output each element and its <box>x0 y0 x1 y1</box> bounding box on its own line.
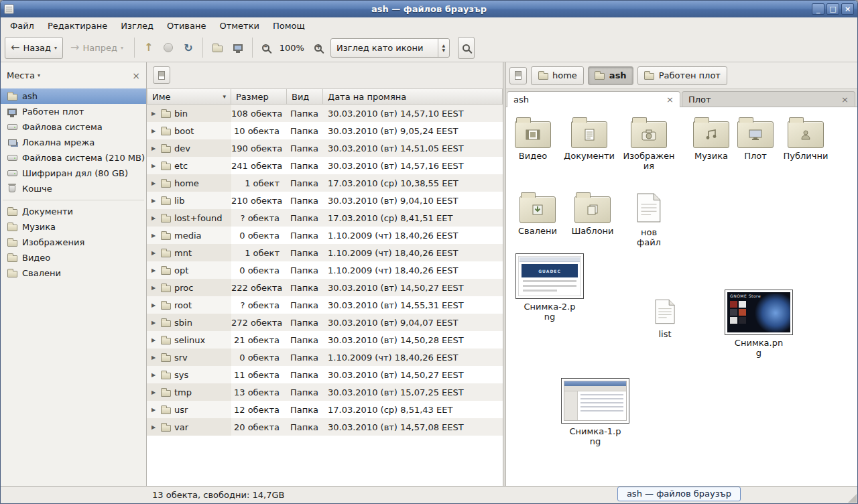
expander-icon[interactable]: ▶ <box>150 337 157 343</box>
search-button[interactable] <box>458 37 475 59</box>
column-header-size[interactable]: Размер <box>231 88 287 105</box>
file-item-new-file[interactable]: нов файл <box>627 193 670 248</box>
column-header-name[interactable]: Име▾ <box>147 88 231 105</box>
expander-icon[interactable]: ▶ <box>150 355 157 361</box>
table-row-etc[interactable]: ▶etc241 обектаПапка30.03.2010 (вт) 14,57… <box>147 157 503 174</box>
location-entry-toggle-button[interactable] <box>509 67 527 84</box>
table-row-var[interactable]: ▶var20 обектаПапка30.03.2010 (вт) 14,57,… <box>147 418 503 436</box>
sidebar-item-encrypted-80gb[interactable]: Шифриран дял (80 GB) <box>1 166 146 181</box>
view-mode-select[interactable]: Изглед като икони ▲▼ <box>330 38 450 58</box>
sidebar-item-pictures[interactable]: Изображения <box>1 235 146 250</box>
menu-item-file[interactable]: Файл <box>3 19 41 33</box>
expander-icon[interactable]: ▶ <box>150 111 157 117</box>
expander-icon[interactable]: ▶ <box>150 233 157 239</box>
maximize-button[interactable]: □ <box>826 3 839 15</box>
table-row-root[interactable]: ▶root? обектаПапка30.03.2010 (вт) 14,55,… <box>147 296 503 314</box>
table-row-sys[interactable]: ▶sys11 обектаПапка30.03.2010 (вт) 14,50,… <box>147 366 503 383</box>
table-row-selinux[interactable]: ▶selinux21 обектаПапка30.03.2010 (вт) 14… <box>147 331 503 349</box>
expander-icon[interactable]: ▶ <box>150 302 157 308</box>
menu-item-help[interactable]: Помощ <box>266 19 312 33</box>
sidebar-item-video[interactable]: Видео <box>1 250 146 265</box>
table-row-opt[interactable]: ▶opt0 обектаПапка1.10.2009 (чт) 18,40,26… <box>147 261 503 279</box>
sidebar-item-filesystem-210mb[interactable]: Файлова система (210 MB) <box>1 150 146 166</box>
table-row-bin[interactable]: ▶bin108 обектаПапка30.03.2010 (вт) 14,57… <box>147 105 503 122</box>
home-button[interactable] <box>208 37 227 59</box>
breadcrumb-home[interactable]: home <box>531 66 584 85</box>
menu-item-edit[interactable]: Редактиране <box>41 19 114 33</box>
forward-button[interactable]: → Напред ▾ <box>64 37 129 59</box>
file-item-video[interactable]: Видео <box>510 117 556 162</box>
file-item-desktop[interactable]: Плот <box>734 117 777 162</box>
back-dropdown-icon[interactable]: ▾ <box>54 45 57 51</box>
back-button[interactable]: ← Назад ▾ <box>5 37 63 59</box>
table-row-srv[interactable]: ▶srv0 обектаПапка1.10.2009 (чт) 18,40,26… <box>147 349 503 366</box>
expander-icon[interactable]: ▶ <box>150 407 157 413</box>
expander-icon[interactable]: ▶ <box>150 285 157 291</box>
table-row-home[interactable]: ▶home1 обектПапка17.03.2010 (ср) 10,38,5… <box>147 174 503 192</box>
expander-icon[interactable]: ▶ <box>150 389 157 395</box>
menu-item-view[interactable]: Изглед <box>114 19 160 33</box>
zoom-in-button[interactable] <box>310 37 326 59</box>
minimize-button[interactable]: _ <box>812 3 824 15</box>
file-item-snimka[interactable]: GNOME StoreСнимка.png <box>723 290 794 359</box>
close-tab-icon[interactable]: × <box>836 95 849 104</box>
places-label[interactable]: Места <box>7 70 35 80</box>
file-item-downloads[interactable]: Свалени <box>515 192 560 237</box>
expander-icon[interactable]: ▶ <box>150 180 157 186</box>
column-header-modified[interactable]: Дата на промяна <box>323 88 503 105</box>
sidebar-item-trash[interactable]: Кошче <box>1 181 146 196</box>
file-item-templates[interactable]: Шаблони <box>570 192 615 237</box>
sidebar-item-filesystem[interactable]: Файлова система <box>1 119 146 135</box>
stop-button[interactable] <box>159 37 178 59</box>
file-item-documents[interactable]: Документи <box>566 117 612 162</box>
file-item-music[interactable]: Музика <box>688 117 734 162</box>
breadcrumb-desktop[interactable]: Работен плот <box>637 66 727 85</box>
file-item-list[interactable]: list <box>644 299 686 340</box>
sidebar-item-music[interactable]: Музика <box>1 219 146 235</box>
table-row-tmp[interactable]: ▶tmp13 обектаПапка30.03.2010 (вт) 15,07,… <box>147 383 503 401</box>
menu-item-bookmarks[interactable]: Отметки <box>212 19 265 33</box>
table-row-usr[interactable]: ▶usr12 обектаПапка17.03.2010 (ср) 8,51,4… <box>147 401 503 418</box>
places-dropdown-icon[interactable]: ▾ <box>38 72 40 78</box>
expander-icon[interactable]: ▶ <box>150 198 157 204</box>
table-row-mnt[interactable]: ▶mnt1 обектПапка1.10.2009 (чт) 18,40,26 … <box>147 244 503 261</box>
expander-icon[interactable]: ▶ <box>150 163 157 169</box>
expander-icon[interactable]: ▶ <box>150 267 157 273</box>
breadcrumb-ash[interactable]: ash <box>588 66 633 85</box>
column-header-type[interactable]: Вид <box>287 88 323 105</box>
file-item-public[interactable]: Публични <box>782 117 830 162</box>
expander-icon[interactable]: ▶ <box>150 128 157 134</box>
expander-icon[interactable]: ▶ <box>150 320 157 326</box>
resize-grip[interactable] <box>848 494 857 503</box>
close-tab-icon[interactable]: × <box>661 95 674 104</box>
file-item-snimka-1[interactable]: Снимка-1.png <box>560 378 631 447</box>
table-row-proc[interactable]: ▶proc222 обектаПапка30.03.2010 (вт) 14,5… <box>147 279 503 296</box>
file-item-snimka-2[interactable]: GUADECСнимка-2.png <box>514 253 585 322</box>
zoom-out-button[interactable] <box>257 37 274 59</box>
window-list-tooltip[interactable]: ash — файлов браузър <box>617 487 741 501</box>
icon-view[interactable]: ВидеоДокументиИзображенияМузикаПлотПубли… <box>506 107 857 486</box>
expander-icon[interactable]: ▶ <box>150 372 157 378</box>
reload-button[interactable]: ↻ <box>179 37 197 59</box>
up-button[interactable]: ↑ <box>139 37 158 59</box>
sidebar-item-documents[interactable]: Документи <box>1 204 146 219</box>
table-row-dev[interactable]: ▶dev190 обектаПапка30.03.2010 (вт) 14,51… <box>147 139 503 157</box>
close-sidebar-button[interactable]: × <box>132 71 140 80</box>
menu-item-go[interactable]: Отиване <box>160 19 212 33</box>
computer-button[interactable] <box>229 37 247 59</box>
expander-icon[interactable]: ▶ <box>150 145 157 151</box>
table-row-sbin[interactable]: ▶sbin272 обектаПапка30.03.2010 (вт) 9,04… <box>147 314 503 331</box>
sidebar-item-ash[interactable]: ash <box>1 88 146 104</box>
view-mode-spinner-icon[interactable]: ▲▼ <box>438 39 449 57</box>
close-button[interactable]: × <box>841 3 854 15</box>
expander-icon[interactable]: ▶ <box>150 424 157 430</box>
titlebar[interactable]: ash — файлов браузър _ □ × <box>1 1 857 17</box>
sidebar-item-local-network[interactable]: Локална мрежа <box>1 135 146 150</box>
expander-icon[interactable]: ▶ <box>150 215 157 221</box>
table-row-media[interactable]: ▶media0 обектаПапка1.10.2009 (чт) 18,40,… <box>147 227 503 244</box>
table-row-boot[interactable]: ▶boot10 обектаПапка30.03.2010 (вт) 9,05,… <box>147 122 503 139</box>
sidebar-item-desktop[interactable]: Работен плот <box>1 104 146 119</box>
expander-icon[interactable]: ▶ <box>150 250 157 256</box>
tab-plot[interactable]: Плот× <box>682 91 855 107</box>
sidebar-item-downloads[interactable]: Свалени <box>1 265 146 281</box>
